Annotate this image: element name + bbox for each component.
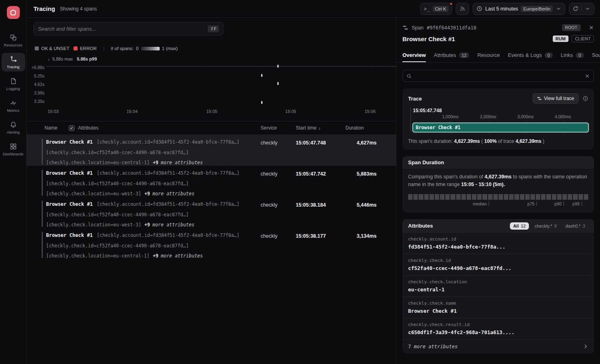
attribute-value: c650df1f-3a39-4fc2-968a-701a613....	[408, 329, 588, 335]
chevron-right-icon	[583, 344, 588, 349]
attribute-item[interactable]: checkly.check.id cf52fa40-ccec-4490-a678…	[402, 254, 594, 275]
search-input[interactable]	[38, 26, 208, 32]
timezone-badge: Europe/Berlin	[521, 6, 553, 12]
time-range-label: Last 5 minutes	[485, 6, 518, 12]
p99-dotted-line	[46, 66, 396, 67]
more-attributes-row[interactable]: 7 more attributes	[402, 339, 594, 354]
clear-search-icon[interactable]	[585, 73, 590, 79]
span-attribute: [checkly.account.id=fd384f51-45f2-4ea0-b…	[97, 139, 240, 145]
sidebar-item-dashboards[interactable]: Dashboards	[2, 140, 25, 159]
histogram-bin	[541, 194, 545, 200]
trace-axis-tick: 2,000ms	[480, 114, 496, 119]
histogram-bin	[504, 194, 508, 200]
sort-desc-icon: ↓	[318, 126, 321, 130]
start-time-cell: 15:05:38.177	[290, 228, 339, 261]
tab-overview[interactable]: Overview	[402, 48, 426, 62]
span-data-point[interactable]	[261, 74, 262, 77]
table-row[interactable]: Browser Check #1[checkly.account.id=fd38…	[27, 197, 396, 228]
attributes-section: Attributes All12checkly.*9dash0.*3 check…	[402, 219, 594, 354]
more-attributes-label: more attributes	[152, 222, 194, 228]
tab-source[interactable]: Source	[592, 48, 600, 62]
histogram-bin	[525, 194, 530, 200]
refresh-button[interactable]	[569, 3, 594, 15]
close-icon	[589, 25, 594, 30]
span-data-point[interactable]	[277, 65, 278, 67]
alerting-icon	[10, 121, 17, 128]
column-service[interactable]: Service	[255, 125, 290, 131]
attribute-item[interactable]: checkly.check.result.id c650df1f-3a39-4f…	[402, 318, 594, 339]
span-attribute: [checkly.check.id=cf52fa40-ccec-4490-a67…	[46, 150, 189, 155]
tab-count-badge: 0	[576, 52, 584, 58]
service-cell: checkly	[255, 166, 290, 199]
column-duration[interactable]: Duration	[339, 125, 377, 131]
more-attributes-label: more attributes	[161, 160, 203, 165]
histogram-bin	[568, 194, 572, 200]
row-status-bar	[42, 169, 43, 196]
histogram-bin	[456, 194, 461, 200]
start-time-cell: 15:05:47.742	[290, 166, 339, 199]
histogram-bin	[536, 194, 540, 200]
close-panel-button[interactable]	[589, 25, 594, 30]
column-start-time[interactable]: Start time ↓	[290, 125, 339, 131]
table-row[interactable]: Browser Check #1[checkly.account.id=fd38…	[27, 135, 396, 166]
span-search-box[interactable]: ⇧F	[34, 22, 223, 36]
tab-resource[interactable]: Resource	[477, 48, 500, 62]
span-duration-heading: Span Duration	[408, 159, 444, 165]
time-range-selector[interactable]: Last 5 minutes Europe/Berlin	[473, 3, 565, 15]
histogram-bin	[552, 194, 556, 200]
attribute-item[interactable]: checkly.check.location eu-central-1	[402, 275, 594, 297]
legend-error[interactable]: ERROR	[74, 46, 97, 51]
trace-time-axis: 1,000ms2,000ms3,000ms4,000ms	[413, 114, 588, 121]
trace-section: Trace View full trace 15:05:47.748 1,000…	[402, 88, 594, 150]
sidebar-item-tracing[interactable]: Tracing	[2, 53, 25, 71]
attribute-item[interactable]: checkly.check.name Browser Check #1	[402, 297, 594, 318]
service-cell: checkly	[255, 228, 290, 261]
column-attributes: Attributes	[78, 125, 99, 131]
column-name[interactable]: Name	[44, 125, 57, 131]
attribute-item[interactable]: checkly.account.id fd384f51-45f2-4ea0-bf…	[402, 233, 594, 254]
command-palette-button[interactable]: >_ Ctrl K	[420, 3, 452, 15]
attr-filter-checkly[interactable]: checkly.*9	[531, 222, 560, 230]
attribute-filter-pills: All12checkly.*9dash0.*3	[510, 222, 588, 230]
tab-links[interactable]: Links 0	[561, 48, 584, 62]
sidebar-item-resources[interactable]: Resources	[2, 31, 25, 50]
app-logo[interactable]	[7, 6, 20, 19]
logging-icon	[10, 77, 17, 85]
panel-search-box[interactable]	[402, 70, 594, 82]
view-full-trace-button[interactable]: View full trace	[533, 93, 579, 104]
attributes-toggle-checkbox[interactable]: ✓	[69, 125, 75, 131]
tab-count-badge: 0	[545, 52, 553, 58]
y-axis-tick: 3.35s	[34, 99, 44, 104]
divider	[581, 6, 582, 12]
span-detail-panel: Span #9f6f6443011dfa18 ROOT Browser Chec…	[396, 18, 600, 364]
span-data-point[interactable]	[277, 82, 278, 85]
tab-attributes[interactable]: Attributes 12	[434, 48, 469, 62]
broadcast-button[interactable]	[456, 3, 469, 15]
sidebar-item-logging[interactable]: Logging	[2, 75, 25, 93]
table-row[interactable]: Browser Check #1[checkly.account.id=fd38…	[27, 228, 396, 259]
percentile-marker-p75: p75	[527, 201, 537, 206]
panel-search-input[interactable]	[415, 73, 581, 79]
sidebar-item-metrics[interactable]: Metrics	[2, 96, 25, 115]
chart-plot-area[interactable]	[46, 63, 396, 106]
chevron-down-icon	[585, 6, 591, 12]
info-icon[interactable]	[583, 96, 588, 101]
span-name: Browser Check #1	[46, 201, 93, 207]
trace-icon	[537, 96, 542, 101]
trace-span-bar[interactable]: Browser Check #1	[413, 123, 588, 132]
legend-ok[interactable]: OK & UNSET	[35, 46, 69, 51]
attr-filter-dash0[interactable]: dash0.*3	[562, 222, 588, 230]
service-cell: checkly	[255, 135, 290, 168]
table-header: Name ✓ Attributes Service Start time ↓ D…	[27, 121, 396, 135]
attribute-list: checkly.account.id fd384f51-45f2-4ea0-bf…	[402, 233, 594, 339]
tab-events-logs[interactable]: Events & Logs 0	[508, 48, 553, 62]
sidebar-item-alerting[interactable]: Alerting	[2, 118, 25, 137]
divider: |	[103, 46, 104, 51]
attr-filter-all[interactable]: All12	[510, 222, 529, 230]
broadcast-icon	[459, 6, 465, 12]
latency-scatter-chart[interactable]: ↓ 5.88s max 5.88s p99 >5.88s5.25s4.62s3.…	[27, 56, 396, 117]
table-row[interactable]: Browser Check #1[checkly.account.id=fd38…	[27, 166, 396, 197]
histogram-bin	[520, 194, 524, 200]
span-data-point[interactable]	[261, 101, 262, 104]
span-attribute: [checkly.account.id=fd384f51-45f2-4ea0-b…	[97, 232, 240, 238]
